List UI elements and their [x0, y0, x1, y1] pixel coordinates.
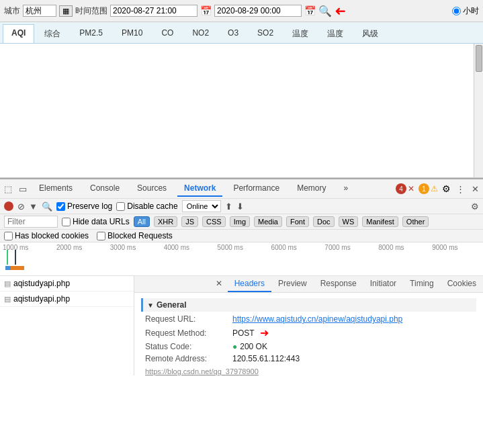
tab-temp1[interactable]: 温度 — [283, 24, 317, 43]
city-input[interactable] — [23, 5, 56, 17]
chart-content — [0, 44, 474, 177]
detail-tab-initiator[interactable]: Initiator — [363, 276, 403, 292]
general-section-header[interactable]: ▼ General — [141, 298, 476, 312]
disable-cache-label[interactable]: Disable cache — [116, 201, 177, 211]
tab-no2[interactable]: NO2 — [183, 24, 218, 43]
tab-co[interactable]: CO — [152, 24, 182, 43]
hide-data-urls-checkbox[interactable] — [62, 218, 71, 226]
network-settings-icon[interactable]: ⚙ — [471, 201, 479, 212]
filter-tag-all[interactable]: All — [134, 216, 150, 227]
calendar-start-icon[interactable]: 📅 — [200, 5, 212, 16]
tl-label-3000: 3000 ms — [107, 244, 161, 251]
file-name-1: aqistudyapi.php — [13, 279, 70, 288]
filter-input[interactable] — [4, 216, 58, 228]
throttle-select[interactable]: Online — [182, 200, 221, 212]
timeline-bar: 1000 ms 2000 ms 3000 ms 4000 ms 5000 ms … — [0, 242, 483, 276]
timing-marker-2 — [15, 250, 16, 265]
detail-tab-headers[interactable]: Headers — [228, 276, 271, 292]
request-bar-2 — [11, 266, 24, 270]
tl-label-5000: 5000 ms — [215, 244, 269, 251]
tab-o3[interactable]: O3 — [219, 24, 247, 43]
timeline-labels: 1000 ms 2000 ms 3000 ms 4000 ms 5000 ms … — [0, 244, 483, 251]
tab-zonghe[interactable]: 综合 — [36, 24, 69, 43]
blocked-requests-checkbox[interactable] — [97, 232, 105, 240]
dt-tab-console[interactable]: Console — [83, 181, 126, 197]
filter-tag-js[interactable]: JS — [181, 216, 198, 227]
dt-tab-network[interactable]: Network — [177, 181, 222, 197]
file-item-1[interactable]: ▤ aqistudyapi.php — [0, 276, 134, 292]
detail-tab-timing[interactable]: Timing — [403, 276, 441, 292]
filter-tag-font[interactable]: Font — [286, 216, 309, 227]
remote-address-key: Remote Address: — [145, 354, 232, 363]
search-network-icon[interactable]: 🔍 — [42, 201, 52, 212]
tab-pm25[interactable]: PM2.5 — [71, 24, 112, 43]
filter-tag-doc[interactable]: Doc — [313, 216, 335, 227]
hide-data-urls-label[interactable]: Hide data URLs — [62, 217, 130, 226]
dt-tab-performance[interactable]: Performance — [226, 181, 286, 197]
more-options-icon[interactable]: ⋮ — [455, 183, 466, 195]
calendar-end-icon[interactable]: 📅 — [304, 5, 316, 16]
filter-icon[interactable]: ▼ — [29, 201, 38, 212]
tl-label-7000: 7000 ms — [322, 244, 376, 251]
error-badge-group: 4 ✕ — [396, 183, 414, 194]
devtools-toolbar2: ⊘ ▼ 🔍 Preserve log Disable cache Online … — [0, 199, 483, 214]
dt-tab-elements[interactable]: Elements — [32, 181, 79, 197]
settings-icon[interactable]: ⚙ — [442, 183, 451, 194]
detail-tab-cookies[interactable]: Cookies — [441, 276, 483, 292]
tab-temp2[interactable]: 温度 — [318, 24, 352, 43]
tab-so2[interactable]: SO2 — [249, 24, 282, 43]
csdn-link[interactable]: https://blog.csdn.net/qq_37978900 — [145, 367, 259, 375]
status-code-key: Status Code: — [145, 342, 232, 351]
tab-bar: AQI 综合 PM2.5 PM10 CO NO2 O3 SO2 温度 温度 风级 — [0, 22, 483, 44]
detail-close-btn[interactable]: ✕ — [210, 276, 228, 292]
detail-tab-response[interactable]: Response — [314, 276, 363, 292]
record-button[interactable] — [4, 201, 13, 211]
has-blocked-cookies-checkbox[interactable] — [4, 232, 13, 240]
download-icon[interactable]: ⬇ — [236, 201, 244, 212]
detail-tabs: ✕ Headers Preview Response Initiator Tim… — [134, 276, 483, 293]
remote-address-value: 120.55.61.112:443 — [232, 354, 300, 363]
time-start-input[interactable] — [110, 5, 197, 17]
time-end-input[interactable] — [214, 5, 302, 17]
tab-wind[interactable]: 风级 — [353, 24, 387, 43]
filter-tag-manifest[interactable]: Manifest — [362, 216, 398, 227]
disable-cache-checkbox[interactable] — [116, 202, 125, 211]
blocked-requests-label[interactable]: Blocked Requests — [97, 231, 173, 240]
error-icon: ✕ — [408, 184, 414, 193]
has-blocked-cookies-label[interactable]: Has blocked cookies — [4, 231, 89, 240]
upload-icon[interactable]: ⬆ — [225, 201, 232, 212]
request-url-value[interactable]: https://www.aqistudy.cn/apinew/aqistudya… — [232, 314, 402, 324]
remote-address-row: Remote Address: 120.55.61.112:443 — [141, 353, 476, 365]
chart-scrollbar[interactable] — [474, 44, 483, 177]
filter-tag-other[interactable]: Other — [402, 216, 429, 227]
scrollbar-thumb[interactable] — [476, 45, 482, 72]
hour-radio-label[interactable]: 小时 — [452, 5, 479, 17]
file-icon-1: ▤ — [4, 279, 11, 288]
tab-pm10[interactable]: PM10 — [113, 24, 151, 43]
hour-radio[interactable] — [452, 7, 461, 15]
dt-tab-memory[interactable]: Memory — [290, 181, 333, 197]
filter-tag-css[interactable]: CSS — [202, 216, 226, 227]
dt-tab-more[interactable]: » — [337, 181, 355, 197]
warn-badge-group: 1 ⚠ — [419, 183, 438, 194]
file-item-2[interactable]: ▤ aqistudyapi.php — [0, 292, 134, 307]
city-dropdown-btn[interactable]: ▦ — [59, 5, 73, 17]
chart-area — [0, 44, 483, 178]
main-panel: ▤ aqistudyapi.php ▤ aqistudyapi.php ✕ He… — [0, 276, 483, 375]
filter-tag-ws[interactable]: WS — [339, 216, 359, 227]
device-icon[interactable]: ▭ — [17, 183, 28, 195]
filter-tag-img[interactable]: Img — [230, 216, 250, 227]
close-devtools-icon[interactable]: ✕ — [470, 183, 480, 195]
preserve-log-label[interactable]: Preserve log — [56, 201, 112, 211]
preserve-log-checkbox[interactable] — [56, 202, 65, 211]
filter-tag-media[interactable]: Media — [254, 216, 282, 227]
status-code-value: 200 OK — [240, 342, 267, 351]
dt-tab-sources[interactable]: Sources — [130, 181, 173, 197]
tl-label-4000: 4000 ms — [161, 244, 215, 251]
inspect-icon[interactable]: ⬚ — [3, 183, 13, 195]
tab-aqi[interactable]: AQI — [3, 24, 34, 43]
stop-button[interactable]: ⊘ — [17, 201, 25, 212]
filter-tag-xhr[interactable]: XHR — [154, 216, 177, 227]
detail-tab-preview[interactable]: Preview — [271, 276, 314, 292]
search-button[interactable]: 🔍 — [318, 5, 332, 17]
